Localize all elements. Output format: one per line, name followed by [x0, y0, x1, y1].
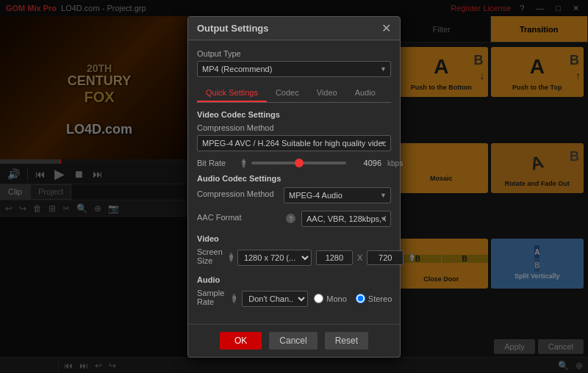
- modal-title: Output Settings: [197, 23, 269, 34]
- reset-button[interactable]: Reset: [325, 332, 368, 350]
- sample-rate-help-icon[interactable]: ?: [232, 294, 236, 303]
- audio-compression-row: Compression Method MPEG-4 Audio: [197, 187, 391, 203]
- screen-size-row: Screen Size ? 1280 x 720 (... X ?: [197, 247, 391, 268]
- bitrate-slider[interactable]: [251, 162, 346, 164]
- modal-tabs: Quick Settings Codec Video Audio: [197, 84, 391, 103]
- mono-label: Mono: [326, 294, 347, 303]
- output-type-label: Output Type: [197, 49, 391, 58]
- video-section-title: Video: [197, 234, 391, 243]
- resolution-help-icon[interactable]: ?: [410, 253, 414, 262]
- screen-size-group: Screen Size ? 1280 x 720 (... X ?: [197, 247, 391, 268]
- radio-group: Mono Stereo: [314, 294, 392, 303]
- stereo-input[interactable]: [356, 294, 365, 303]
- tab-quick-settings[interactable]: Quick Settings: [197, 84, 267, 102]
- mono-input[interactable]: [314, 294, 323, 303]
- tab-video[interactable]: Video: [308, 84, 346, 102]
- stereo-label: Stereo: [368, 294, 392, 303]
- height-input[interactable]: [367, 250, 404, 265]
- screen-size-help-icon[interactable]: ?: [229, 253, 233, 262]
- audio-sample-row: Sample Rate ? Don't Chan... Mono Stereo: [197, 289, 391, 309]
- output-type-group: Output Type MP4 (Recommend): [197, 49, 391, 77]
- modal-body: Output Type MP4 (Recommend) Quick Settin…: [188, 40, 400, 318]
- audio-compression-select[interactable]: MPEG-4 Audio: [284, 187, 391, 203]
- audio-codec-title: Audio Codec Settings: [197, 174, 391, 183]
- compression-select-wrap: MPEG-4 AVC / H.264 Suitable for high qua…: [197, 135, 391, 151]
- width-input[interactable]: [316, 250, 353, 265]
- modal-overlay: Output Settings ✕ Output Type MP4 (Recom…: [0, 0, 588, 373]
- mono-radio[interactable]: Mono: [314, 294, 347, 303]
- bitrate-unit: kbps: [387, 159, 403, 167]
- audio-compression-group: Compression Method MPEG-4 Audio: [197, 187, 391, 203]
- screen-size-label: Screen Size: [197, 247, 223, 265]
- bitrate-help-icon[interactable]: ?: [242, 159, 245, 168]
- tab-audio[interactable]: Audio: [346, 84, 384, 102]
- video-codec-title: Video Codec Settings: [197, 110, 391, 119]
- audio-compression-select-wrap: MPEG-4 Audio: [284, 187, 391, 203]
- compression-group: Compression Method MPEG-4 AVC / H.264 Su…: [197, 123, 391, 151]
- output-type-select-wrap: MP4 (Recommend): [197, 61, 391, 77]
- screen-size-select[interactable]: 1280 x 720 (...: [237, 250, 312, 266]
- output-type-select[interactable]: MP4 (Recommend): [197, 61, 391, 77]
- tab-codec[interactable]: Codec: [267, 84, 308, 102]
- aac-format-row: AAC Format ? AAC, VBR, 128kbps, Quality …: [197, 211, 391, 227]
- audio-compression-label: Compression Method: [197, 189, 278, 198]
- bitrate-value: 4096: [352, 159, 381, 167]
- size-x-label: X: [357, 253, 362, 262]
- aac-format-select[interactable]: AAC, VBR, 128kbps, Quality 30: [301, 211, 391, 227]
- modal-footer: OK Cancel Reset: [188, 324, 400, 357]
- bitrate-row: Bit Rate ? 4096 kbps: [197, 159, 391, 168]
- stereo-radio[interactable]: Stereo: [356, 294, 392, 303]
- aac-format-group: AAC Format ? AAC, VBR, 128kbps, Quality …: [197, 211, 391, 227]
- cancel-button[interactable]: Cancel: [269, 332, 317, 350]
- output-settings-modal: Output Settings ✕ Output Type MP4 (Recom…: [187, 16, 401, 358]
- aac-format-select-wrap: AAC, VBR, 128kbps, Quality 30: [301, 211, 391, 227]
- sample-rate-label: Sample Rate: [197, 289, 224, 306]
- audio-section-title: Audio: [197, 275, 391, 284]
- compression-select[interactable]: MPEG-4 AVC / H.264 Suitable for high qua…: [197, 135, 391, 151]
- modal-close-button[interactable]: ✕: [381, 21, 391, 35]
- ok-button[interactable]: OK: [220, 332, 262, 350]
- bitrate-label: Bit Rate: [197, 159, 234, 167]
- compression-label: Compression Method: [197, 123, 391, 132]
- modal-header: Output Settings ✕: [188, 17, 400, 40]
- sample-rate-select[interactable]: Don't Chan...: [242, 291, 308, 307]
- aac-format-label: AAC Format: [197, 213, 278, 222]
- aac-help-icon[interactable]: ?: [286, 214, 295, 223]
